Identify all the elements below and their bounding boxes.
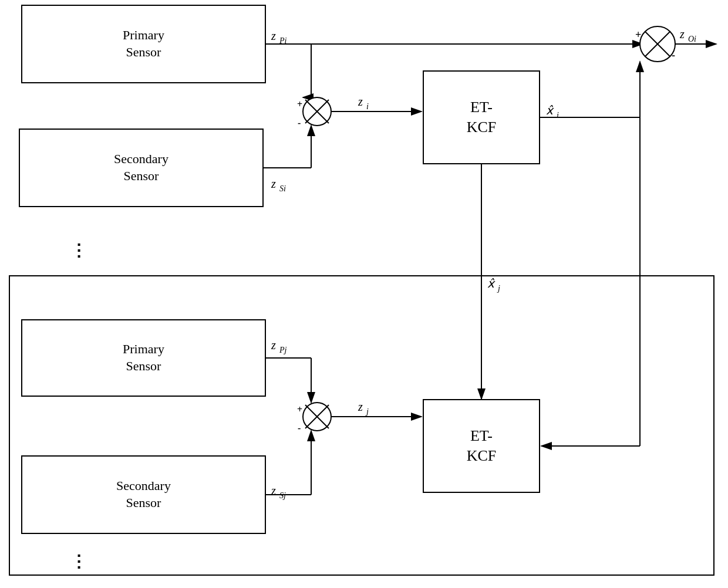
svg-text:x̂: x̂: [487, 277, 496, 290]
svg-text:-: -: [298, 118, 301, 128]
svg-text:Si: Si: [279, 184, 286, 193]
diagram-svg: z Pi + - z Oi: [0, 0, 728, 588]
svg-rect-33: [9, 276, 714, 575]
svg-text:z: z: [271, 177, 276, 190]
svg-text:z: z: [271, 29, 276, 42]
svg-text:z: z: [679, 28, 685, 40]
svg-text:-: -: [672, 49, 675, 61]
svg-text:j: j: [497, 284, 500, 293]
svg-text:+: +: [297, 99, 302, 109]
svg-text:Sj: Sj: [279, 491, 286, 500]
svg-text:z: z: [358, 95, 363, 108]
diagram: PrimarySensor SecondarySensor ET-KCF Pri…: [0, 0, 728, 588]
svg-text:Oi: Oi: [688, 35, 696, 43]
svg-text:i: i: [557, 111, 559, 120]
svg-text:+: +: [297, 404, 302, 414]
svg-text:j: j: [365, 407, 369, 416]
svg-text:z: z: [358, 400, 363, 413]
svg-text:x̂: x̂: [546, 104, 554, 117]
svg-text:-: -: [298, 423, 301, 433]
svg-text:Pj: Pj: [279, 346, 287, 354]
svg-text:z: z: [271, 339, 276, 352]
svg-text:+: +: [635, 29, 641, 40]
svg-text:i: i: [366, 102, 369, 111]
